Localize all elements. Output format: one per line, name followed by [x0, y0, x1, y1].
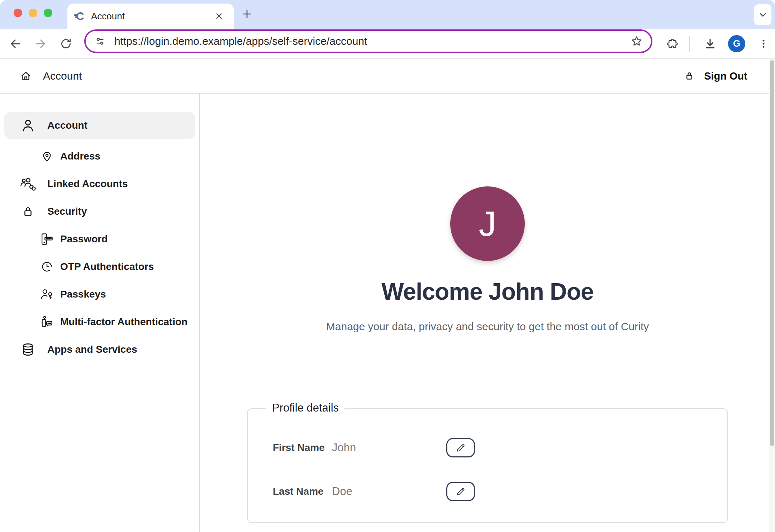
password-icon	[39, 232, 54, 246]
main-content: J Welcome John Doe Manage your data, pri…	[200, 94, 775, 532]
profile-details-legend: Profile details	[266, 402, 344, 414]
minimize-window-button[interactable]	[29, 9, 37, 17]
new-tab-button[interactable]	[239, 6, 255, 22]
sidebar-item-label: Account	[47, 120, 87, 131]
scrollbar-thumb[interactable]	[770, 60, 774, 446]
url-text: https://login.demo.example/apps/self-ser…	[114, 35, 367, 47]
tab-strip: Account	[0, 0, 775, 29]
sidebar-item-label: Multi-factor Authentication	[60, 316, 187, 328]
reload-button[interactable]	[60, 37, 72, 50]
lock-icon	[684, 71, 695, 81]
bookmark-star-icon[interactable]	[630, 35, 643, 48]
curity-favicon-icon	[74, 11, 85, 22]
last-name-label: Last Name	[273, 486, 332, 497]
profile-avatar: J	[450, 186, 525, 261]
first-name-value: John	[332, 441, 356, 454]
home-icon[interactable]	[19, 70, 32, 82]
tab-close-icon[interactable]	[213, 10, 225, 22]
browser-tab-account[interactable]: Account	[67, 4, 234, 29]
sidebar-item-multi-factor-authentication[interactable]: Multi-factor Authentication	[0, 308, 199, 336]
last-name-value: Doe	[332, 485, 352, 498]
edit-last-name-button[interactable]	[446, 482, 475, 501]
sidebar-item-otp-authenticators[interactable]: OTP Authenticators	[0, 253, 199, 280]
url-address-bar[interactable]: https://login.demo.example/apps/self-ser…	[84, 29, 652, 53]
sidebar-item-label: Passkeys	[60, 289, 106, 300]
browser-menu-kebab-icon[interactable]	[758, 38, 769, 49]
sign-out-button[interactable]: Sign Out	[684, 70, 747, 82]
mfa-icon	[39, 315, 54, 329]
sidebar-item-address[interactable]: Address	[0, 142, 199, 170]
passkey-icon	[39, 288, 54, 301]
downloads-icon[interactable]	[703, 37, 717, 51]
page-scrollbar	[769, 59, 775, 532]
sidebar-item-password[interactable]: Password	[0, 225, 199, 253]
sidebar-item-passkeys[interactable]: Passkeys	[0, 280, 199, 308]
sidebar-item-apps-and-services[interactable]: Apps and Services	[0, 336, 199, 363]
browser-window: Account	[0, 0, 775, 532]
window-controls	[14, 9, 52, 17]
map-pin-icon	[39, 150, 54, 163]
pencil-icon	[455, 442, 466, 453]
sidebar: Account Address	[0, 94, 200, 532]
browser-profile-avatar[interactable]: G	[728, 35, 745, 52]
toolbar-divider	[689, 36, 690, 52]
tab-title: Account	[91, 11, 125, 22]
sidebar-item-linked-accounts[interactable]: Linked Accounts	[0, 170, 199, 198]
sidebar-item-label: Address	[60, 151, 100, 162]
forward-button[interactable]	[34, 37, 47, 51]
profile-details-panel: Profile details First Name John Last Nam…	[247, 408, 728, 523]
app-header: Account Sign Out	[0, 59, 775, 94]
maximize-window-button[interactable]	[44, 9, 52, 17]
sidebar-item-account[interactable]: Account	[4, 112, 195, 139]
user-icon	[19, 118, 37, 133]
last-name-row: Last Name Doe	[273, 481, 713, 502]
sidebar-item-label: OTP Authenticators	[60, 261, 154, 272]
back-button[interactable]	[9, 37, 22, 51]
database-icon	[19, 342, 37, 357]
site-settings-icon[interactable]	[94, 35, 106, 47]
page-title: Account	[43, 70, 82, 82]
welcome-heading: Welcome John Doe	[381, 280, 594, 303]
sidebar-item-label: Security	[47, 206, 87, 217]
welcome-subtitle: Manage your data, privacy and security t…	[326, 320, 649, 333]
pencil-icon	[455, 486, 466, 497]
sidebar-item-label: Linked Accounts	[47, 178, 128, 190]
tab-search-chevron-icon[interactable]	[754, 4, 771, 25]
lock-icon	[19, 205, 37, 218]
browser-toolbar: https://login.demo.example/apps/self-ser…	[0, 29, 775, 59]
sidebar-item-security[interactable]: Security	[0, 198, 199, 225]
edit-first-name-button[interactable]	[446, 438, 475, 457]
first-name-row: First Name John	[273, 438, 713, 458]
sign-out-label: Sign Out	[704, 70, 747, 82]
extensions-puzzle-icon[interactable]	[666, 37, 679, 50]
first-name-label: First Name	[273, 442, 332, 453]
clock-icon	[39, 260, 54, 273]
linked-accounts-icon	[19, 176, 37, 192]
page-body: Account Address	[0, 94, 775, 532]
sidebar-item-label: Password	[60, 233, 108, 245]
sidebar-item-label: Apps and Services	[47, 344, 137, 355]
close-window-button[interactable]	[14, 9, 22, 17]
